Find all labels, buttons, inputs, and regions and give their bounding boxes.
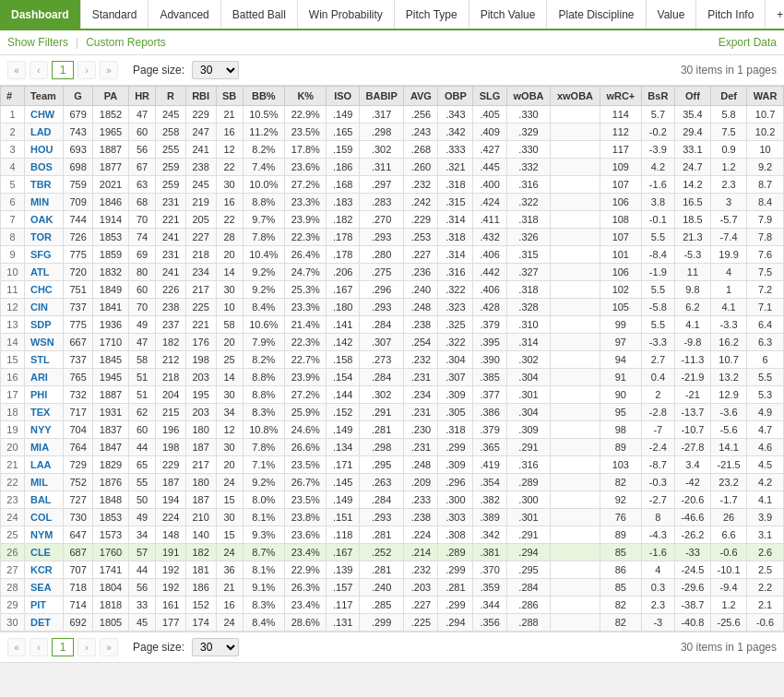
team-cell[interactable]: MIL — [24, 474, 63, 491]
col-header-def[interactable]: Def — [710, 87, 746, 106]
data-cell — [551, 106, 600, 124]
team-cell[interactable]: CLE — [24, 544, 63, 561]
col-header-wrc-[interactable]: wRC+ — [600, 87, 641, 106]
col-header-g[interactable]: G — [64, 87, 93, 106]
team-cell[interactable]: BOS — [24, 159, 63, 176]
tab-dashboard[interactable]: Dashboard — [0, 0, 81, 29]
tab-plate-discipline[interactable]: Plate Discipline — [547, 0, 646, 29]
col-header-avg[interactable]: AVG — [404, 87, 438, 106]
tab-pitch-type[interactable]: Pitch Type — [395, 0, 469, 29]
tab-pitch-info[interactable]: Pitch Info — [696, 0, 766, 29]
data-cell: 55 — [128, 474, 156, 491]
first-page-button[interactable]: « — [7, 61, 26, 79]
team-cell[interactable]: MIA — [24, 439, 63, 456]
prev-page-button[interactable]: ‹ — [30, 61, 48, 79]
tab-pitch-value[interactable]: Pitch Value — [469, 0, 548, 29]
team-cell[interactable]: SEA — [24, 579, 63, 597]
team-cell[interactable]: CIN — [24, 299, 63, 316]
next-page-button-bottom[interactable]: › — [77, 638, 96, 656]
team-cell[interactable]: ARI — [24, 369, 63, 386]
data-cell — [551, 351, 600, 369]
tab-win-probability[interactable]: Win Probability — [298, 0, 395, 29]
team-cell[interactable]: BAL — [24, 491, 63, 509]
tab-plus-stats[interactable]: + Stats — [766, 0, 784, 29]
team-cell[interactable]: LAA — [24, 456, 63, 474]
col-header-slg[interactable]: SLG — [473, 87, 507, 106]
col-header-xwoba[interactable]: xwOBA — [551, 87, 600, 106]
team-cell[interactable]: ATL — [24, 264, 63, 281]
data-cell: .356 — [473, 614, 507, 632]
col-header-off[interactable]: Off — [674, 87, 710, 106]
team-cell[interactable]: DET — [24, 614, 63, 632]
data-cell: .300 — [506, 491, 550, 509]
team-cell[interactable]: CHW — [24, 106, 63, 124]
data-cell: 1887 — [93, 141, 129, 159]
data-cell: .328 — [506, 299, 550, 316]
data-cell: -0.1 — [641, 211, 674, 229]
tab-advanced[interactable]: Advanced — [148, 0, 220, 29]
team-cell[interactable]: TEX — [24, 404, 63, 421]
team-cell[interactable]: NYM — [24, 526, 63, 544]
col-header-war[interactable]: WAR — [747, 87, 784, 106]
col-header-hr[interactable]: HR — [128, 87, 156, 106]
data-cell: .309 — [438, 386, 473, 404]
team-cell[interactable]: NYY — [24, 421, 63, 439]
data-cell: .186 — [327, 159, 359, 176]
data-cell: 16 — [216, 124, 243, 141]
table-row: 4BOS698187767259238227.4%23.6%.186.311.2… — [1, 159, 784, 176]
data-cell: .316 — [438, 264, 473, 281]
team-cell[interactable]: WSN — [24, 334, 63, 351]
table-row: 5TBR7592021632592453010.0%27.2%.168.297.… — [1, 176, 784, 194]
team-cell[interactable]: PIT — [24, 597, 63, 614]
col-header-team[interactable]: Team — [24, 87, 63, 106]
team-cell[interactable]: TBR — [24, 176, 63, 194]
export-data-link[interactable]: Export Data — [719, 36, 777, 49]
team-cell[interactable]: LAD — [24, 124, 63, 141]
prev-page-button-bottom[interactable]: ‹ — [30, 638, 48, 656]
table-row: 7OAK744191470221205229.7%23.9%.182.270.2… — [1, 211, 784, 229]
team-cell[interactable]: SFG — [24, 246, 63, 264]
team-cell[interactable]: OAK — [24, 211, 63, 229]
data-cell: 23.9% — [285, 369, 327, 386]
team-cell[interactable]: CHC — [24, 281, 63, 299]
data-cell: 105 — [600, 299, 641, 316]
data-cell: -2.8 — [641, 404, 674, 421]
col-header-iso[interactable]: ISO — [327, 87, 359, 106]
custom-reports-link[interactable]: Custom Reports — [86, 36, 166, 49]
show-filters-link[interactable]: Show Filters — [7, 36, 68, 49]
col-header-obp[interactable]: OBP — [438, 87, 473, 106]
team-cell[interactable]: COL — [24, 509, 63, 526]
last-page-button[interactable]: » — [100, 61, 118, 79]
col-header-bb-[interactable]: BB% — [243, 87, 284, 106]
team-cell[interactable]: TOR — [24, 229, 63, 246]
col-header-sb[interactable]: SB — [216, 87, 243, 106]
col-header-babip[interactable]: BABIP — [359, 87, 404, 106]
tab-batted-ball[interactable]: Batted Ball — [221, 0, 298, 29]
col-header-bsr[interactable]: BsR — [641, 87, 674, 106]
data-cell: 2 — [1, 124, 25, 141]
data-cell: 241 — [185, 141, 216, 159]
col-header-k-[interactable]: K% — [285, 87, 327, 106]
tab-value[interactable]: Value — [647, 0, 697, 29]
team-cell[interactable]: STL — [24, 351, 63, 369]
data-cell: -1.6 — [641, 544, 674, 561]
team-cell[interactable]: PHI — [24, 386, 63, 404]
page-size-select-bottom[interactable]: 30 50 100 — [192, 638, 239, 656]
data-cell: 23.5% — [285, 124, 327, 141]
first-page-button-bottom[interactable]: « — [7, 638, 26, 656]
data-cell: 5.5 — [747, 369, 784, 386]
col-header-rbi[interactable]: RBI — [185, 87, 216, 106]
page-size-select[interactable]: 30 50 100 — [192, 61, 239, 79]
pagination-bottom: « ‹ 1 › » Page size: 30 50 100 30 items … — [0, 632, 784, 663]
team-cell[interactable]: SDP — [24, 316, 63, 334]
tab-standard[interactable]: Standard — [81, 0, 149, 29]
last-page-button-bottom[interactable]: » — [100, 638, 118, 656]
col-header--[interactable]: # — [1, 87, 25, 106]
col-header-r[interactable]: R — [156, 87, 185, 106]
col-header-pa[interactable]: PA — [93, 87, 129, 106]
team-cell[interactable]: MIN — [24, 194, 63, 211]
next-page-button[interactable]: › — [77, 61, 96, 79]
team-cell[interactable]: KCR — [24, 561, 63, 579]
team-cell[interactable]: HOU — [24, 141, 63, 159]
col-header-woba[interactable]: wOBA — [506, 87, 550, 106]
